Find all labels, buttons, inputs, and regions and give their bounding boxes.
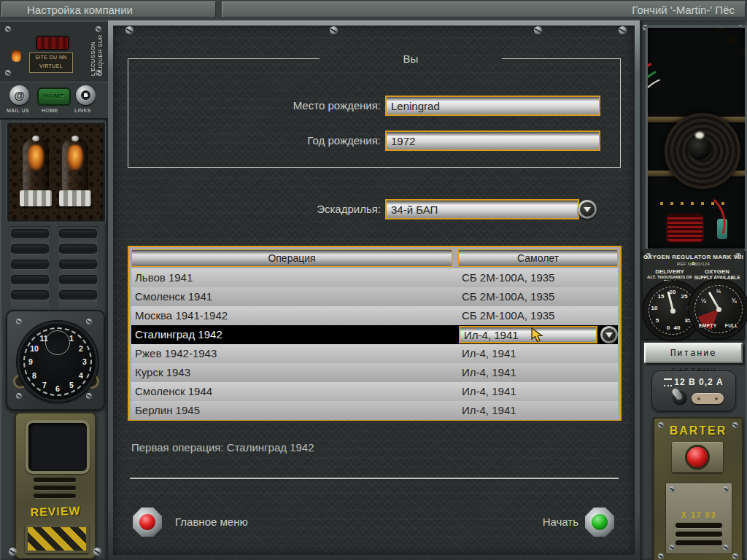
barter-code: X 17 03 bbox=[666, 511, 732, 519]
table-row[interactable]: Смоленск 1941СБ 2М-100А, 1935 bbox=[131, 287, 618, 306]
mouse-cursor bbox=[531, 327, 547, 343]
gauge-tick-label: ½ bbox=[712, 288, 725, 295]
clock-numeral: 6 bbox=[52, 384, 63, 393]
table-row[interactable]: Смоленск 1944Ил-4, 1941 bbox=[131, 382, 618, 401]
screw-icon bbox=[534, 26, 542, 34]
led-display bbox=[36, 36, 69, 50]
first-operation-status: Первая операция: Сталинград 1942 bbox=[131, 441, 314, 454]
screw-icon bbox=[86, 319, 92, 324]
aircraft-cell: СБ 2М-100А, 1935 bbox=[459, 306, 618, 325]
clock-numeral: 5 bbox=[66, 381, 77, 389]
operations-list: Львов 1941СБ 2М-100А, 1935Смоленск 1941С… bbox=[131, 268, 618, 420]
screw-icon bbox=[723, 486, 729, 492]
squadron-input[interactable]: 34-й БАП bbox=[385, 199, 579, 219]
web-buttons-panel: @ HOME MAIL US HOME LINKS bbox=[0, 82, 108, 120]
screw-icon bbox=[669, 486, 675, 492]
clock-numeral: 8 bbox=[28, 371, 40, 380]
barter-button-plate bbox=[672, 442, 723, 472]
start-button[interactable] bbox=[585, 508, 614, 537]
clock-face: 1234567891011 bbox=[18, 322, 98, 402]
screw-icon bbox=[723, 545, 729, 551]
table-row[interactable]: Москва 1941-1942СБ 2М-100А, 1935 bbox=[131, 306, 618, 325]
birthplace-input[interactable]: Leningrad bbox=[385, 96, 600, 116]
screw-icon bbox=[16, 393, 22, 399]
aircraft-cell: Ил-4, 1941 bbox=[459, 401, 618, 420]
operation-cell: Москва 1941-1942 bbox=[131, 306, 459, 325]
operation-cell: Львов 1941 bbox=[131, 268, 459, 287]
site-plate[interactable]: SITE DU NN VIRTUEL bbox=[29, 52, 73, 73]
operation-column-header[interactable]: Операция bbox=[131, 249, 452, 267]
gauge-tick-label: 40 bbox=[670, 324, 684, 331]
empty-label: EMPTY bbox=[699, 323, 716, 328]
system-power-button[interactable]: Питание системы bbox=[644, 343, 743, 363]
screw-icon bbox=[5, 70, 11, 76]
screw-icon bbox=[619, 26, 627, 34]
operation-cell: Курск 1943 bbox=[131, 363, 459, 382]
clock-numeral: 7 bbox=[39, 381, 50, 389]
cliquer-vertical-text: L'ECUSSON CLIQUER SUR bbox=[90, 28, 104, 76]
clock-panel: 1234567891011 bbox=[6, 310, 105, 411]
aircraft-column-header[interactable]: Самолет bbox=[458, 249, 618, 267]
operation-cell: Ржев 1942-1943 bbox=[131, 344, 459, 363]
birthyear-label: Год рождения: bbox=[235, 131, 381, 151]
vent-slat bbox=[11, 229, 49, 238]
site-emblem-panel[interactable]: SITE DU NN VIRTUEL L'ECUSSON CLIQUER SUR bbox=[0, 20, 108, 83]
main-menu-label: Главное меню bbox=[175, 508, 248, 537]
aircraft-cell: СБ 2М-100А, 1935 bbox=[459, 287, 618, 306]
vent-slat bbox=[59, 260, 97, 269]
full-label: FULL bbox=[725, 323, 738, 328]
screw-icon bbox=[16, 319, 22, 324]
operation-cell: Смоленск 1941 bbox=[131, 287, 459, 306]
vent-slat bbox=[11, 260, 49, 269]
squadron-dropdown-button[interactable] bbox=[578, 200, 597, 219]
vacuum-tubes-photo bbox=[7, 122, 105, 222]
main-panel: Вы Место рождения: Leningrad Год рождени… bbox=[108, 20, 640, 560]
barter-red-button[interactable] bbox=[687, 447, 708, 467]
table-row[interactable]: Берлин 1945Ил-4, 1941 bbox=[131, 401, 618, 420]
table-row[interactable]: Львов 1941СБ 2М-100А, 1935 bbox=[131, 268, 618, 287]
home-button[interactable]: HOME bbox=[37, 88, 71, 106]
gauge-tick-label: 25 bbox=[678, 293, 691, 300]
window-title: Настройка компании bbox=[1, 1, 216, 18]
voltage-label: 12 В 0,2 А bbox=[652, 377, 735, 387]
home-label: HOME bbox=[42, 108, 58, 113]
main-menu-button[interactable] bbox=[133, 508, 162, 537]
review-screen bbox=[26, 420, 90, 474]
aircraft-dropdown-button[interactable] bbox=[600, 326, 618, 343]
links-label: LINKS bbox=[74, 108, 91, 113]
vent-slat bbox=[11, 244, 49, 254]
vent-slat bbox=[59, 275, 97, 284]
operations-table: Операция Самолет Львов 1941СБ 2М-100А, 1… bbox=[128, 246, 622, 421]
vacuum-tube-icon bbox=[23, 138, 49, 192]
gauge-tick-label: ¼ bbox=[697, 298, 710, 304]
vent-slat bbox=[11, 290, 49, 300]
aircraft-select-input[interactable]: Ил-4, 1941 bbox=[459, 326, 597, 343]
aircraft-cell: Ил-4, 1941 bbox=[459, 382, 618, 401]
review-device[interactable]: REVIEW bbox=[15, 412, 96, 559]
speaker-cone-icon bbox=[665, 113, 740, 189]
clock-numeral: 11 bbox=[38, 334, 50, 343]
links-button[interactable] bbox=[76, 85, 96, 105]
metal-bar-icon bbox=[697, 26, 747, 92]
operation-cell: Берлин 1945 bbox=[131, 401, 459, 420]
screw-icon bbox=[86, 393, 92, 399]
barter-title: BARTER bbox=[654, 424, 742, 438]
screw-icon bbox=[732, 553, 738, 559]
table-row[interactable]: Ржев 1942-1943Ил-4, 1941 bbox=[131, 344, 618, 363]
screw-icon bbox=[658, 553, 664, 559]
mail-us-label: MAIL US bbox=[7, 108, 29, 113]
mail-us-button[interactable]: @ bbox=[9, 85, 29, 105]
birthplace-label: Место рождения: bbox=[235, 96, 381, 116]
power-toggle-switch[interactable] bbox=[673, 391, 687, 405]
barter-panel: BARTER X 17 03 bbox=[653, 417, 743, 560]
gauge-tick-label: ¾ bbox=[727, 298, 740, 304]
birthyear-input[interactable]: 1972 bbox=[385, 131, 600, 151]
review-label: REVIEW bbox=[16, 504, 96, 520]
supply-gauge: EMPTY FULL ¼½¾ bbox=[689, 280, 747, 338]
gauge-tick-label: 10 bbox=[648, 305, 661, 311]
aircraft-cell: Ил-4, 1941 bbox=[459, 344, 618, 363]
aircraft-cell: Ил-4, 1941 bbox=[459, 363, 618, 382]
gauge-tick-label: 5 bbox=[651, 317, 664, 324]
table-row[interactable]: Курск 1943Ил-4, 1941 bbox=[131, 363, 618, 382]
you-legend: Вы bbox=[320, 52, 502, 65]
